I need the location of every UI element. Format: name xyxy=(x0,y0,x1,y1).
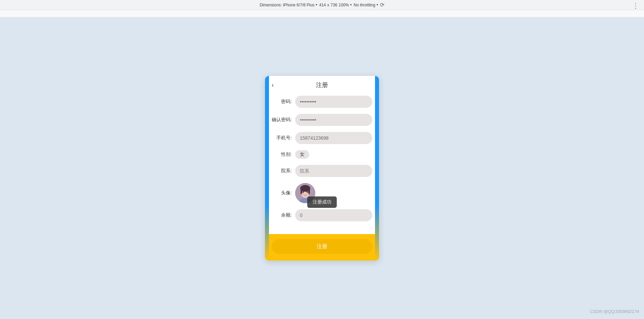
password-input[interactable] xyxy=(295,96,372,108)
svg-point-6 xyxy=(307,191,308,193)
main-area: ‹ 注册 密码: 确认密码: 手机号: 性别: xyxy=(0,17,644,319)
phone-row: 手机号: xyxy=(272,132,372,144)
x-separator: x xyxy=(327,3,329,7)
dept-row: 院系: xyxy=(272,165,372,177)
device-label: Dimensions: iPhone 6/7/8 Plus xyxy=(260,3,314,7)
password-label: 密码: xyxy=(272,99,292,105)
page-title: 注册 xyxy=(316,81,328,89)
zoom-dropdown-arrow: ▼ xyxy=(350,3,352,6)
throttling-label: No throttling xyxy=(354,3,375,7)
gender-row: 性别: 女 xyxy=(272,150,372,159)
back-button[interactable]: ‹ xyxy=(272,82,274,89)
phone-label: 手机号: xyxy=(272,135,292,141)
balance-input[interactable] xyxy=(295,209,372,221)
height-value: 736 xyxy=(331,3,337,7)
dept-label: 院系: xyxy=(272,168,292,174)
toast-notification: 注册成功 xyxy=(307,196,337,208)
balance-row: 余额: xyxy=(272,209,372,221)
form-area: 密码: 确认密码: 手机号: 性别: 女 注册成功 xyxy=(265,92,379,234)
browser-topbar: Dimensions: iPhone 6/7/8 Plus ▼ 414 x 73… xyxy=(0,0,644,10)
phone-frame: ‹ 注册 密码: 确认密码: 手机号: 性别: xyxy=(265,76,379,261)
confirm-password-input[interactable] xyxy=(295,114,372,126)
dept-input[interactable] xyxy=(295,165,372,177)
password-row: 密码: xyxy=(272,96,372,108)
svg-point-7 xyxy=(301,193,304,195)
device-dropdown-arrow: ▼ xyxy=(315,3,318,6)
register-button[interactable]: 注册 xyxy=(272,239,372,254)
watermark: CSDN @QQ3359892174 xyxy=(590,309,639,314)
watermark-text: CSDN @QQ3359892174 xyxy=(590,309,639,314)
device-selector[interactable]: Dimensions: iPhone 6/7/8 Plus ▼ xyxy=(260,3,318,7)
throttling-dropdown-arrow: ▼ xyxy=(376,3,379,6)
avatar-label: 头像: xyxy=(272,190,292,196)
register-button-label: 注册 xyxy=(317,243,327,249)
zoom-label: 100% xyxy=(339,3,349,7)
phone-header: ‹ 注册 xyxy=(265,76,379,92)
ruler-area xyxy=(0,10,644,17)
width-value: 414 xyxy=(319,3,326,7)
balance-label: 余额: xyxy=(272,212,292,218)
confirm-password-label: 确认密码: xyxy=(272,117,292,123)
back-icon: ‹ xyxy=(272,82,274,88)
gender-tag[interactable]: 女 xyxy=(295,150,309,159)
phone-input[interactable] xyxy=(295,132,372,144)
gender-label: 性别: xyxy=(272,151,292,157)
throttling-selector[interactable]: No throttling ▼ xyxy=(354,3,379,7)
device-dimensions-info: Dimensions: iPhone 6/7/8 Plus ▼ 414 x 73… xyxy=(260,2,384,8)
toast-message: 注册成功 xyxy=(313,199,331,204)
more-icon[interactable]: ⋮ xyxy=(632,2,639,10)
zoom-selector[interactable]: 100% ▼ xyxy=(339,3,353,7)
confirm-password-row: 确认密码: xyxy=(272,114,372,126)
svg-point-5 xyxy=(303,191,304,193)
svg-point-8 xyxy=(307,193,310,195)
rotation-icon[interactable]: ⟳ xyxy=(380,2,384,8)
phone-bottom: 注册 xyxy=(265,234,379,261)
